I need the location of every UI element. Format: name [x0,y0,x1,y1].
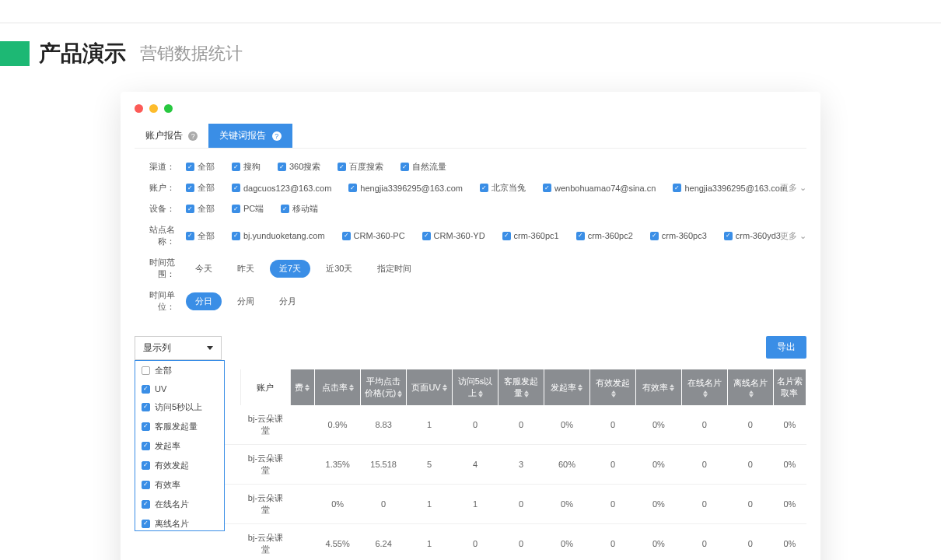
checkbox-site[interactable]: crm-360pc2 [576,231,633,240]
column-option[interactable]: 有效发起 [135,456,224,475]
table-toolbar: 显示列 全部 UV 访问5秒以上 客服发起量 发起率 有效发起 有效率 在线名片… [135,336,806,360]
col-online-card[interactable]: 在线名片 [681,369,727,405]
app-window: 账户报告 ? 关键词报告 ? 渠道： 全部 搜狗 360搜索 百度搜索 自然流量… [121,92,820,560]
cell-ofc: 0 [727,524,773,561]
tab-account-report[interactable]: 账户报告 ? [135,124,208,148]
checkbox-site[interactable]: bj.yunduoketang.com [232,231,325,240]
cell-consume [290,524,315,561]
help-icon[interactable]: ? [188,131,198,141]
checkbox-site[interactable]: crm-360pc3 [650,231,707,240]
check-icon [480,184,488,192]
column-option[interactable]: 有效率 [135,475,224,495]
time-range-option[interactable]: 今天 [186,260,222,278]
time-range-option-selected[interactable]: 近7天 [270,260,310,278]
checkbox-account[interactable]: hengjia3396295@163.com [673,184,787,193]
check-icon [232,163,240,171]
checkbox-device[interactable]: 移动端 [281,203,318,215]
checkbox-channel[interactable]: 360搜索 [278,161,320,173]
column-option[interactable]: 访问5秒以上 [135,397,224,417]
checkbox-icon [142,422,150,431]
col-page-uv[interactable]: 页面UV [407,369,453,405]
cell-kefu: 0 [498,524,544,561]
tab-keyword-report[interactable]: 关键词报告 ? [208,124,292,148]
checkbox-site[interactable]: crm-360yd3 [724,231,781,240]
sort-icon [578,384,582,391]
column-option[interactable]: 客服发起量 [135,417,224,436]
table-row: bj-云朵课堂1.35%15.51854360%00%000% [135,445,806,485]
time-range-option[interactable]: 近30天 [317,260,362,278]
column-option[interactable]: 发起率 [135,436,224,456]
column-picker-menu: 全部 UV 访问5秒以上 客服发起量 发起率 有效发起 有效率 在线名片 离线名… [135,360,225,531]
checkbox-account[interactable]: dagcuos123@163.com [232,184,331,193]
filter-label: 渠道： [135,161,175,173]
checkbox-account[interactable]: 北京当兔 [480,182,526,194]
cell-er: 0% [635,485,681,524]
filter-label: 设备： [135,203,175,215]
checkbox-device[interactable]: 全部 [186,203,215,215]
check-icon [401,163,409,171]
checkbox-site[interactable]: 全部 [186,230,215,242]
cell-oc: 0 [681,445,727,485]
checkbox-device[interactable]: PC端 [232,203,264,215]
maximize-icon[interactable] [164,104,173,113]
col-eff-start[interactable]: 有效发起 [589,369,635,405]
more-link[interactable]: 更多 ⌄ [780,182,806,194]
col-consume[interactable]: 费 [290,369,315,405]
col-offline-card[interactable]: 离线名片 [727,369,773,405]
column-option[interactable]: 离线名片 [135,514,224,531]
cell-v5: 4 [453,445,498,485]
close-icon[interactable] [135,104,143,113]
checkbox-channel[interactable]: 搜狗 [232,161,261,173]
filter-label: 时间单位： [135,289,175,313]
col-rate[interactable]: 发起率 [544,369,589,405]
check-icon [232,205,240,213]
checkbox-channel[interactable]: 自然流量 [401,161,446,173]
check-icon [186,184,194,192]
checkbox-icon [142,500,150,509]
checkbox-site[interactable]: crm-360pc1 [502,231,559,240]
title-accent-bar [0,41,30,66]
minimize-icon[interactable] [149,104,158,113]
col-eff-rate[interactable]: 有效率 [635,369,681,405]
checkbox-account[interactable]: 全部 [186,182,215,194]
checkbox-site[interactable]: CRM-360-YD [422,231,485,240]
column-picker-trigger[interactable]: 显示列 [135,336,222,360]
check-icon [650,232,659,240]
help-icon[interactable]: ? [272,131,282,141]
cell-ctr: 0% [315,485,361,524]
col-kefu[interactable]: 客服发起量 [498,369,544,405]
checkbox-channel[interactable]: 百度搜索 [338,161,383,173]
filter-row-time-unit: 时间单位： 分日 分周 分月 [135,285,806,317]
time-unit-option-selected[interactable]: 分日 [186,292,222,310]
report-tabs: 账户报告 ? 关键词报告 ? [135,124,806,149]
column-option[interactable]: 在线名片 [135,495,224,514]
checkbox-channel[interactable]: 全部 [186,161,215,173]
chevron-down-icon: ⌄ [799,183,806,192]
col-visit5s[interactable]: 访问5s以上 [453,369,498,405]
column-option[interactable]: UV [135,380,224,397]
cell-uv: 1 [407,405,453,445]
cell-rate: 0% [544,485,589,524]
time-unit-option[interactable]: 分月 [270,292,306,310]
col-ctr[interactable]: 点击率 [315,369,361,405]
cell-account: bj-云朵课堂 [241,445,290,485]
checkbox-account[interactable]: wenbohuamao74@sina.cn [543,184,656,193]
cell-uv: 1 [407,485,453,524]
time-unit-option[interactable]: 分周 [228,292,264,310]
cell-es: 0 [589,524,635,561]
more-link[interactable]: 更多 ⌄ [780,230,806,242]
data-table: 账户 费 点击率 平均点击价格(元) 页面UV 访问5s以上 客服发起量 发起率… [135,369,806,560]
cell-kefu: 0 [498,485,544,524]
export-button[interactable]: 导出 [766,336,806,359]
checkbox-icon [142,403,150,411]
time-range-option[interactable]: 昨天 [228,260,264,278]
checkbox-site[interactable]: CRM-360-PC [342,231,405,240]
column-option[interactable]: 全部 [135,361,224,380]
tab-label: 账户报告 [145,130,183,141]
col-avg-price[interactable]: 平均点击价格(元) [361,369,407,405]
time-range-option[interactable]: 指定时间 [368,260,421,278]
col-account[interactable]: 账户 [241,369,290,405]
checkbox-account[interactable]: hengjia3396295@163.com [348,184,463,193]
col-card-rate[interactable]: 名片索取率 [773,369,806,405]
cell-account: bj-云朵课堂 [241,524,290,561]
